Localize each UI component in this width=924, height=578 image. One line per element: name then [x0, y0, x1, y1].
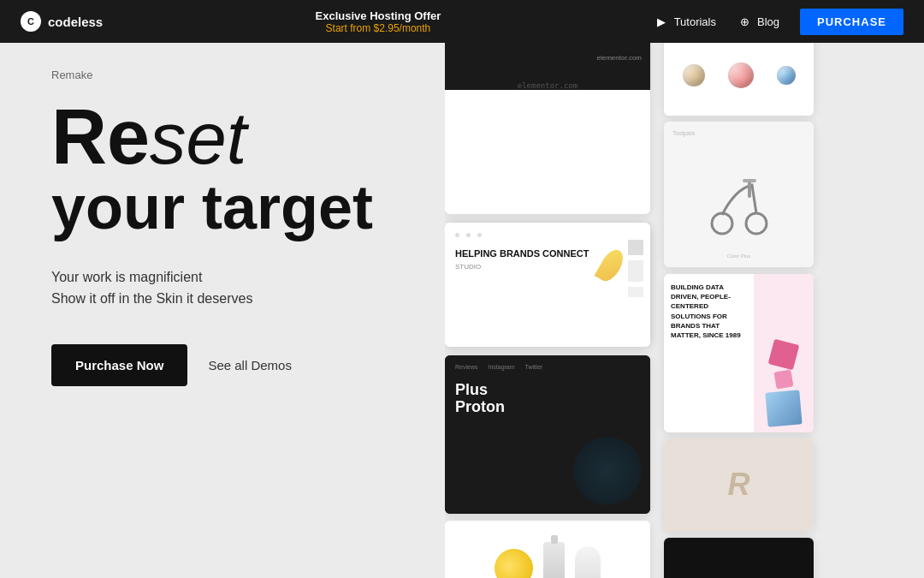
sphere-pink: [728, 63, 754, 88]
hero-title-bold: Re: [51, 94, 150, 180]
purchase-nav-button[interactable]: PURCHASE: [800, 9, 903, 35]
cta-buttons: Purchase Now See all Demos: [51, 344, 411, 386]
svg-point-0: [712, 213, 732, 234]
hero-subtitle-line1: Your work is magnificient: [51, 266, 411, 289]
sphere-blue: [777, 66, 796, 85]
data-driven-left-panel: BUILDING DATA DRIVEN, PEOPLE-CENTERED SO…: [664, 274, 754, 432]
tile-fashion: R: [664, 438, 814, 531]
tile-url-text: elementor.com: [597, 54, 642, 62]
bottle2-visual: [575, 546, 601, 578]
hosting-offer-price: Start from $2.95/month: [326, 22, 431, 34]
nav-dot-1: [455, 233, 459, 237]
agency-visual-1: [628, 240, 643, 255]
hero-subtitle-line2: Show it off in the Skin it deserves: [51, 288, 411, 310]
tile-dark-site: elementor.com elementor.com: [445, 43, 650, 214]
breadcrumb: Remake: [51, 69, 411, 81]
data-driven-right-panel: [754, 274, 814, 432]
proton-nav: Reviews Instagram Twitter: [455, 364, 640, 370]
hero-title-line2: your target: [51, 176, 411, 241]
proton-brand-name: PlusProton: [455, 382, 640, 416]
tutorials-link[interactable]: ▶ Tutorials: [654, 15, 716, 28]
nav-links: ▶ Tutorials ⊕ Blog PURCHASE: [654, 9, 903, 35]
geometric-small-box: [773, 369, 793, 389]
agency-visual-3: [628, 287, 643, 297]
marble-letter: R: [728, 467, 750, 503]
tile-spheres: [664, 43, 814, 116]
agency-visuals: [628, 240, 643, 297]
blog-link[interactable]: ⊕ Blog: [737, 15, 779, 28]
scooter-label: Toolpark: [672, 130, 805, 136]
proton-circle-bg: [573, 437, 642, 505]
hosting-offer-title: Exclusive Hosting Offer: [316, 9, 441, 22]
hero-title-italic: set: [150, 98, 246, 179]
data-driven-text: BUILDING DATA DRIVEN, PEOPLE-CENTERED SO…: [671, 283, 747, 340]
tile-data-driven: BUILDING DATA DRIVEN, PEOPLE-CENTERED SO…: [664, 274, 814, 432]
tile-sirio: Sirio Berati ▶: [664, 538, 814, 578]
purchase-now-button[interactable]: Purchase Now: [51, 344, 187, 386]
brand-logo[interactable]: C codeless: [21, 11, 103, 32]
youtube-icon: ▶: [654, 16, 669, 27]
tiles-container: elementor.com elementor.com EDITORIAL St…: [445, 43, 924, 578]
scooter-price: Color Plus: [672, 253, 805, 259]
lemon-visual: [489, 543, 539, 578]
hero-subtitle: Your work is magnificient Show it off in…: [51, 266, 411, 310]
tile-agency: HELPING BRANDS CONNECT STUDIO: [445, 223, 650, 347]
nav-dot-2: [466, 233, 471, 237]
hero-title-line1: Reset: [51, 98, 411, 176]
tile-lemon-product: [445, 521, 650, 578]
main-content: Remake Reset your target Your work is ma…: [0, 0, 924, 578]
proton-nav-reviews: Reviews: [455, 364, 477, 370]
brand-name: codeless: [48, 15, 103, 29]
nav-dot-3: [477, 233, 482, 237]
blog-label: Blog: [757, 15, 779, 28]
svg-rect-3: [743, 179, 756, 182]
geometric-pink-box: [768, 339, 800, 371]
agency-nav: [455, 233, 640, 237]
svg-rect-2: [748, 181, 751, 198]
blue-box: [765, 390, 802, 426]
proton-nav-twitter: Twitter: [525, 364, 543, 370]
bottle-visual: [543, 542, 565, 578]
proton-nav-instagram: Instagram: [488, 364, 514, 370]
tile-plus-proton: Reviews Instagram Twitter PlusProton: [445, 355, 650, 514]
tile-scooter: Toolpark Color Plus: [664, 122, 814, 267]
see-all-demos-button[interactable]: See all Demos: [208, 358, 292, 372]
svg-point-1: [746, 213, 767, 234]
agency-visual-2: [628, 260, 643, 282]
sphere-beige: [683, 64, 705, 86]
navbar: C codeless Exclusive Hosting Offer Start…: [0, 0, 924, 43]
scooter-visual-container: [672, 141, 805, 253]
logo-icon: C: [21, 11, 41, 32]
hero-left-panel: Remake Reset your target Your work is ma…: [0, 43, 445, 578]
scooter-svg: [705, 155, 773, 241]
hosting-offer: Exclusive Hosting Offer Start from $2.95…: [316, 9, 441, 34]
tutorials-label: Tutorials: [674, 15, 716, 28]
demo-tiles-panel: elementor.com elementor.com EDITORIAL St…: [445, 43, 924, 578]
wordpress-icon: ⊕: [737, 16, 752, 27]
tile-dark-url: elementor.com: [518, 81, 578, 90]
